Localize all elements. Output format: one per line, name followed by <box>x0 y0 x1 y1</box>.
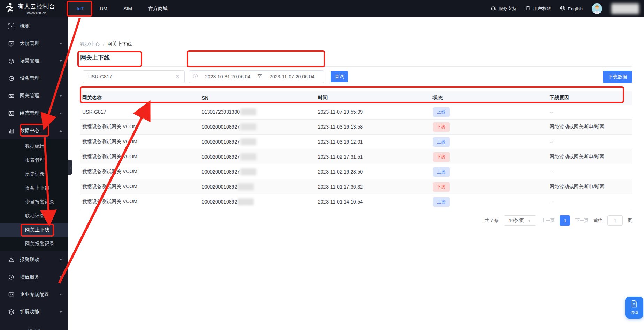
sn-redacted-blur <box>240 168 256 175</box>
date-end[interactable]: 2023-11-07 20:06:04 <box>264 74 321 79</box>
shield-icon <box>526 6 530 12</box>
sidebar-item-gateway[interactable]: 网关管理 ▼ <box>0 87 68 105</box>
gateway-icon <box>8 93 14 99</box>
language-label: English <box>568 6 583 11</box>
sidebar-subitem-gateway-updown[interactable]: 网关上下线 <box>0 223 68 237</box>
sidebar-item-scene[interactable]: 场景管理 ▼ <box>0 52 68 70</box>
sn-redacted-blur <box>240 123 256 130</box>
brand[interactable]: 有人云控制台 www.usr.cn <box>0 2 64 15</box>
configuration-icon <box>8 110 14 116</box>
cell-status: 下线 <box>431 152 547 162</box>
sidebar-subitem-report-management[interactable]: 报表管理 <box>0 153 68 167</box>
table-row[interactable]: 数据设备测试网关 VCOM 00002000108927 2023-11-02 … <box>80 164 632 179</box>
cell-status: 下线 <box>431 182 547 192</box>
goto-page-input[interactable] <box>607 215 623 226</box>
brand-subtitle: www.usr.cn <box>18 11 55 15</box>
gateway-updown-table: 网关名称 SN 时间 状态 下线原因 USR-G817 013017230313… <box>80 91 632 209</box>
sidebar-subitem-device-updown[interactable]: 设备上下线 <box>0 181 68 195</box>
sidebar-item-label: 网关管理 <box>20 93 59 99</box>
table-row[interactable]: 数据设备测试网关 VCOM 00002000108927 2023-11-03 … <box>80 135 632 149</box>
table-header: 网关名称 SN 时间 状态 下线原因 <box>80 91 632 105</box>
chevron-up-icon: ▲ <box>59 129 63 132</box>
sn-redacted-blur <box>240 138 256 145</box>
permissions-link[interactable]: 用户权限 <box>526 6 551 12</box>
clear-input-icon[interactable]: ⊗ <box>175 74 181 79</box>
top-bar: 有人云控制台 www.usr.cn IoT DM SIM 官方商城 服务支持 <box>0 0 644 17</box>
sidebar-item-configuration[interactable]: 组态管理 ▼ <box>0 105 68 122</box>
sn-value: 00002000108927 <box>202 139 240 145</box>
tab-iot[interactable]: IoT <box>69 0 92 17</box>
chevron-down-icon: ▼ <box>59 258 63 261</box>
scene-icon <box>8 58 14 64</box>
sidebar-item-device[interactable]: 设备管理 ▼ <box>0 70 68 87</box>
breadcrumb-data-center[interactable]: 数据中心 <box>80 41 100 47</box>
extend-icon <box>8 309 14 315</box>
user-name-redacted[interactable] <box>611 3 639 14</box>
current-page-button[interactable]: 1 <box>560 215 570 226</box>
cell-time: 2023-11-01 17:36:32 <box>316 184 431 190</box>
cell-status: 上线 <box>431 137 547 147</box>
cell-sn: 01301723031300 <box>200 108 316 115</box>
chevron-down-icon: ▼ <box>59 59 63 63</box>
sn-value: 00002000108927 <box>202 124 240 130</box>
prev-page-button[interactable]: 上一页 <box>541 217 555 224</box>
chevron-down-icon: ▼ <box>59 310 63 314</box>
table-row[interactable]: 数据设备测试网关 VCOM 0000200010892 2023-11-01 1… <box>80 194 632 209</box>
title-divider <box>80 66 632 67</box>
sidebar-subitem-data-statistics[interactable]: 数据统计 <box>0 139 68 153</box>
sidebar-item-alarm-linkage[interactable]: 报警联动 ▼ <box>0 251 68 268</box>
usr-logo-icon <box>5 2 15 15</box>
support-label: 服务支持 <box>498 6 516 12</box>
sidebar-item-big-screen[interactable]: 大屏管理 ▼ <box>0 35 68 52</box>
sidebar-item-overview[interactable]: 概览 <box>0 17 68 35</box>
table-row[interactable]: 数据设备测试网关 VCOM 00002000108927 2023-11-03 … <box>80 120 632 135</box>
value-service-icon <box>8 274 14 280</box>
sidebar-item-enterprise-config[interactable]: 企业专属配置 ▼ <box>0 286 68 303</box>
brand-title: 有人云控制台 <box>18 2 55 10</box>
gateway-search-input[interactable] <box>83 70 185 83</box>
page-size-select[interactable]: 10条/页 ▼ <box>504 215 536 226</box>
sidebar-subitem-variable-alarm-records[interactable]: 变量报警记录 <box>0 195 68 209</box>
date-range-picker[interactable]: 2023-10-31 20:06:04 至 2023-11-07 20:06:0… <box>189 70 324 83</box>
sidebar-item-data-center[interactable]: 数据中心 ▲ <box>0 122 68 139</box>
query-button[interactable]: 查询 <box>331 71 348 82</box>
cell-time: 2023-11-02 17:31:51 <box>316 154 431 160</box>
tab-dm[interactable]: DM <box>92 0 115 17</box>
chevron-down-icon: ▼ <box>528 219 531 223</box>
tab-official-store[interactable]: 官方商城 <box>140 0 176 17</box>
sidebar: 概览 大屏管理 ▼ 场景管理 ▼ 设备管理 ▼ 网关管理 ▼ 组态管理 ▼ <box>0 17 68 330</box>
chevron-down-icon: ▼ <box>59 112 63 115</box>
cell-time: 2023-11-03 16:12:01 <box>316 139 431 145</box>
sidebar-collapse-handle[interactable]: ‹ <box>68 160 72 175</box>
col-time: 时间 <box>316 95 431 101</box>
support-link[interactable]: 服务支持 <box>491 6 516 12</box>
date-start[interactable]: 2023-10-31 20:06:04 <box>199 74 256 79</box>
tab-sim[interactable]: SIM <box>115 0 140 17</box>
sidebar-item-extended-functions[interactable]: 扩展功能 ▼ <box>0 303 68 321</box>
next-page-button[interactable]: 下一页 <box>575 217 589 224</box>
device-icon <box>8 76 14 82</box>
sidebar-subitem-linkage-records[interactable]: 联动记录 <box>0 209 68 223</box>
cell-sn: 00002000108927 <box>200 138 316 145</box>
table-row[interactable]: USR-G817 01301723031300 2023-11-07 19:55… <box>80 105 632 120</box>
sidebar-subitem-history-records[interactable]: 历史记录 <box>0 167 68 181</box>
cell-reason: 网络波动或网关断电/断网 <box>547 184 632 190</box>
goto-suffix: 页 <box>628 217 632 224</box>
sidebar-subitem-gateway-alarm-records[interactable]: 网关报警记录 <box>0 237 68 251</box>
cell-status: 上线 <box>431 167 547 177</box>
sidebar-item-label: 数据中心 <box>20 128 59 134</box>
big-screen-icon <box>8 41 14 47</box>
table-row[interactable]: 数据设备测试网关 VCOM 00002000108927 2023-11-02 … <box>80 149 632 164</box>
avatar[interactable] <box>592 3 602 14</box>
language-switch[interactable]: English <box>560 6 583 12</box>
sn-value: 00002000108927 <box>202 169 240 175</box>
top-right: 服务支持 用户权限 English <box>491 3 644 14</box>
cell-sn: 0000200010892 <box>200 198 316 205</box>
sidebar-item-value-services[interactable]: 增值服务 ▼ <box>0 268 68 286</box>
chevron-down-icon: ▼ <box>59 275 63 279</box>
download-data-button[interactable]: 下载数据 <box>603 71 632 83</box>
table-row[interactable]: 数据设备测试网关 VCOM 0000200010892 2023-11-01 1… <box>80 179 632 194</box>
page: 有人云控制台 www.usr.cn IoT DM SIM 官方商城 服务支持 <box>0 0 644 330</box>
consult-chat-button[interactable]: 咨询 <box>625 297 643 319</box>
chevron-down-icon: ▼ <box>59 42 63 45</box>
